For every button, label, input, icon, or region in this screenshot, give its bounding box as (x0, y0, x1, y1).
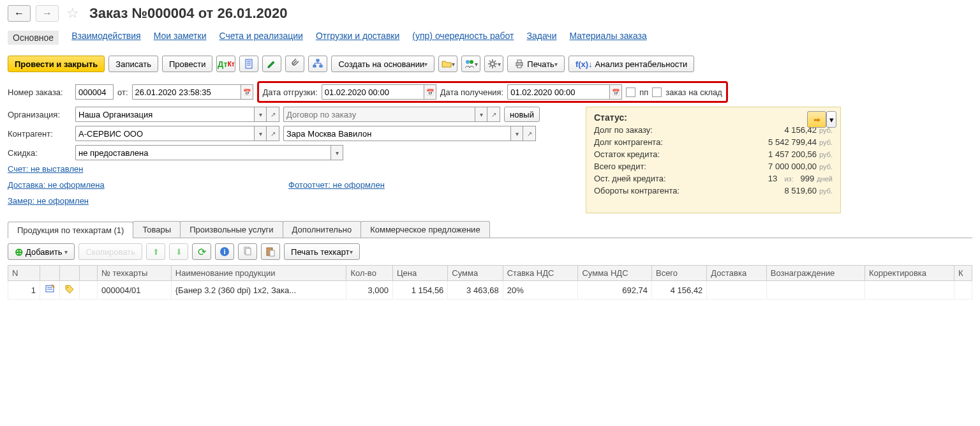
photo-link[interactable]: Фотоотчет: не оформлен (288, 180, 385, 190)
nav-forward-button[interactable]: → (36, 5, 59, 22)
move-up-button: ⬆ (146, 243, 165, 260)
status-arrow-button[interactable]: ➡ (807, 111, 826, 128)
calendar-icon[interactable]: 📅 (424, 84, 436, 100)
move-down-button: ⬇ (169, 243, 188, 260)
col-techno[interactable]: № техкарты (98, 266, 172, 281)
cell-techno: 000004/01 (98, 281, 172, 300)
paste-doc-button[interactable] (261, 243, 280, 260)
add-label: Добавить (26, 247, 62, 257)
counterparty-input[interactable] (75, 126, 254, 141)
attachment-icon[interactable] (285, 56, 304, 72)
contract-input[interactable] (283, 107, 475, 122)
gear-menu-icon[interactable] (484, 56, 503, 72)
open-icon[interactable]: ↗ (487, 107, 500, 122)
new-contract-button[interactable]: новый (504, 107, 540, 122)
col-n[interactable]: N (8, 266, 40, 281)
tab-interactions[interactable]: Взаимодействия (71, 31, 141, 45)
post-button[interactable]: Провести (162, 56, 213, 72)
dropdown-icon[interactable]: ▾ (330, 145, 343, 160)
calendar-icon[interactable]: 📅 (609, 84, 622, 100)
table-row[interactable]: 1 000004/01 {Банер 3.2 (360 dpi) 1x2, За… (8, 281, 972, 300)
nav-back-button[interactable]: ← (8, 5, 31, 22)
col-price[interactable]: Цена (392, 266, 447, 281)
rub-unit: руб. (819, 187, 833, 195)
shop-input[interactable] (283, 126, 510, 141)
dtkt-button[interactable]: ДтКт (216, 56, 235, 72)
top-tabs: Основное Взаимодействия Мои заметки Счет… (0, 27, 980, 49)
svg-rect-16 (246, 248, 251, 255)
col-reward[interactable]: Вознаграждение (766, 266, 865, 281)
dropdown-icon[interactable]: ▾ (254, 126, 267, 141)
delivery-link[interactable]: Доставка: не оформлена (8, 180, 263, 190)
open-icon[interactable]: ↗ (267, 126, 279, 141)
svg-rect-5 (313, 65, 316, 67)
copy-doc-button[interactable] (238, 243, 257, 260)
post-and-close-button[interactable]: Провести и закрыть (8, 56, 105, 72)
col-qty[interactable]: Кол-во (346, 266, 393, 281)
discount-input[interactable] (75, 145, 330, 160)
order-date-input[interactable] (132, 84, 241, 100)
calendar-icon[interactable]: 📅 (241, 84, 253, 100)
structure-icon[interactable] (308, 56, 327, 72)
grid-tab-goods[interactable]: Товары (133, 221, 181, 238)
highlighted-dates-group: Дата отгрузки: 📅 Дата получения: 📅 пп за… (257, 81, 728, 103)
print-button[interactable]: Печать (507, 56, 565, 72)
measure-link[interactable]: Замер: не оформлен (8, 196, 263, 206)
ship-date-input[interactable] (322, 84, 424, 100)
tab-materials[interactable]: Материалы заказа (569, 31, 646, 45)
tab-main[interactable]: Основное (8, 31, 59, 45)
tab-tasks[interactable]: Задачи (526, 31, 556, 45)
svg-rect-18 (270, 250, 274, 256)
open-icon[interactable]: ↗ (523, 126, 536, 141)
days-of-label: из: (784, 175, 793, 183)
folder-menu-icon[interactable] (438, 56, 457, 72)
col-name[interactable]: Наименование продукции (171, 266, 346, 281)
favorite-star-icon[interactable]: ☆ (66, 5, 79, 22)
col-sum[interactable]: Сумма (448, 266, 503, 281)
users-menu-icon[interactable] (461, 56, 480, 72)
print-label: Печать (527, 59, 554, 69)
tab-notes[interactable]: Мои заметки (154, 31, 207, 45)
tab-invoices[interactable]: Счета и реализации (219, 31, 302, 45)
print-techcards-button[interactable]: Печать техкарт (284, 243, 360, 260)
create-based-on-button[interactable]: Создать на основании (331, 56, 434, 72)
days-total-value: 999 (801, 174, 815, 183)
col-total[interactable]: Всего (651, 266, 706, 281)
add-row-button[interactable]: ⊕Добавить (8, 243, 75, 260)
col-delivery[interactable]: Доставка (707, 266, 766, 281)
cell-vatrate: 20% (503, 281, 578, 300)
save-button[interactable]: Записать (108, 56, 158, 72)
tab-shipments[interactable]: Отгрузки и доставки (316, 31, 399, 45)
grid-tab-extra[interactable]: Дополнительно (283, 221, 362, 238)
row-tag-icon[interactable] (64, 284, 75, 295)
grid-tab-services[interactable]: Произвольные услуги (180, 221, 283, 238)
recv-date-input[interactable] (507, 84, 609, 100)
col-vatrate[interactable]: Ставка НДС (503, 266, 578, 281)
tab-workorder[interactable]: (упр) очередность работ (412, 31, 514, 45)
grid-tab-offer[interactable]: Коммерческое предложение (360, 221, 489, 238)
org-input[interactable] (75, 107, 254, 122)
pp-checkbox[interactable] (626, 87, 635, 97)
grid-tab-tech[interactable]: Продукция по техкартам (1) (8, 222, 133, 238)
invoice-link[interactable]: Счет: не выставлен (8, 164, 263, 174)
col-k[interactable]: К (954, 266, 972, 281)
svg-rect-11 (517, 60, 521, 63)
row-doc-icon[interactable] (44, 284, 56, 295)
to-stock-checkbox[interactable] (652, 87, 662, 97)
rub-unit: руб. (819, 163, 833, 171)
col-adjust[interactable]: Корректировка (865, 266, 954, 281)
open-icon[interactable]: ↗ (267, 107, 279, 122)
order-no-input[interactable] (75, 84, 114, 100)
info-button[interactable]: i (215, 243, 234, 260)
col-vatsum[interactable]: Сумма НДС (578, 266, 651, 281)
svg-text:i: i (224, 248, 226, 255)
dropdown-icon[interactable]: ▾ (510, 126, 523, 141)
dropdown-icon[interactable]: ▾ (475, 107, 487, 122)
refresh-button[interactable]: ⟳ (192, 243, 211, 260)
credit-rem-label: Остаток кредита: (594, 149, 660, 159)
status-menu-button[interactable]: ▾ (826, 111, 836, 128)
document-icon[interactable] (239, 56, 258, 72)
profitability-button[interactable]: f(x)↓Анализ рентабельности (568, 56, 694, 72)
edit-pencil-icon[interactable] (262, 56, 281, 72)
dropdown-icon[interactable]: ▾ (254, 107, 267, 122)
